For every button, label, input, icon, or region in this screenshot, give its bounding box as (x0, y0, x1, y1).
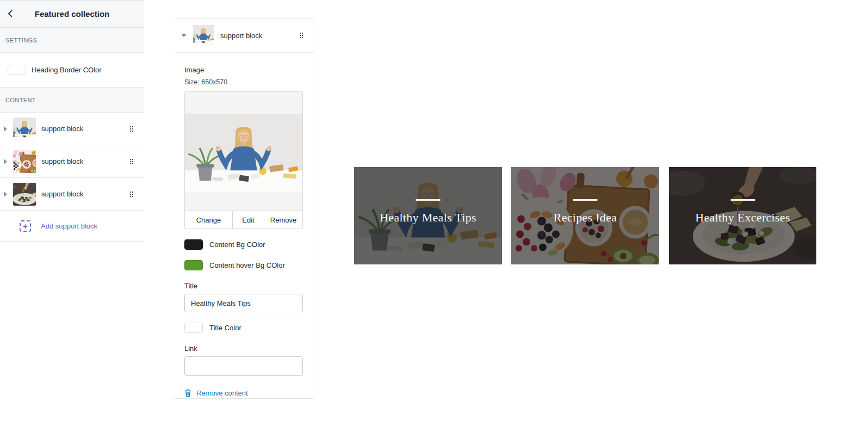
color-swatch[interactable] (184, 323, 203, 333)
content-hover-bg-color-setting[interactable]: Content hover Bg COlor (184, 260, 303, 270)
support-block-card-3[interactable]: Healthy Excercises (669, 167, 816, 264)
block-settings-panel: support block Image Size: 650x570 Change… (175, 18, 314, 399)
title-field-label: Title (184, 282, 303, 290)
block-thumbnail-meditating-woman (13, 118, 36, 140)
drag-handle-icon[interactable] (300, 33, 303, 38)
card-title: Healthy Meals Tips (354, 211, 502, 225)
image-field-label: Image (184, 66, 303, 74)
title-color-label: Title Color (209, 324, 241, 332)
add-support-block-label: Add support block (41, 222, 97, 230)
heading-border-color-label: Heading Border COlor (32, 66, 102, 74)
title-color-setting[interactable]: Title Color (184, 323, 303, 333)
image-preview (185, 92, 302, 211)
card-title: Recipes Idea (511, 211, 659, 225)
content-block-row-3[interactable]: support block (0, 178, 144, 211)
link-input[interactable] (184, 356, 303, 376)
card-divider (730, 199, 755, 201)
block-thumbnail-salad-plate (13, 183, 36, 206)
image-picker-widget: Change Edit Remove (184, 91, 303, 229)
remove-image-button[interactable]: Remove (264, 211, 302, 229)
change-image-button[interactable]: Change (185, 211, 233, 229)
card-divider (416, 199, 441, 201)
section-sidebar: Featured collection SETTINGS Heading Bor… (0, 0, 144, 242)
card-divider (573, 199, 598, 201)
block-label: support block (220, 32, 300, 40)
add-support-block-button[interactable]: + Add support block (0, 211, 144, 242)
heading-border-color-setting[interactable]: Heading Border COlor (0, 53, 144, 88)
remove-content-label: Remove content (196, 389, 248, 397)
caret-down-icon[interactable] (181, 34, 187, 37)
settings-section-label: SETTINGS (5, 37, 37, 44)
color-swatch[interactable] (8, 65, 26, 75)
block-panel-header[interactable]: support block (175, 18, 314, 53)
title-input[interactable] (184, 294, 303, 312)
content-section-label: CONTENT (5, 97, 36, 103)
block-label: support block (41, 157, 130, 165)
drag-handle-icon[interactable] (130, 126, 133, 132)
edit-image-button[interactable]: Edit (233, 211, 264, 229)
settings-section-header: SETTINGS (0, 28, 144, 53)
drag-handle-icon[interactable] (130, 159, 133, 164)
color-swatch[interactable] (184, 260, 203, 270)
chevron-left-icon (5, 8, 16, 19)
content-bg-color-label: Content Bg COlor (209, 240, 265, 249)
trash-icon (184, 389, 191, 397)
block-thumbnail-meditating-woman (193, 25, 214, 46)
block-label: support block (41, 190, 130, 198)
color-swatch[interactable] (184, 239, 203, 250)
content-block-row-1[interactable]: support block (0, 113, 144, 145)
content-section-header: CONTENT (0, 88, 144, 113)
drag-handle-icon[interactable] (130, 192, 133, 197)
block-label: support block (41, 125, 130, 133)
block-thumbnail-fruit-platter (13, 150, 36, 173)
sidebar-header: Featured collection (0, 1, 144, 28)
page-title: Featured collection (0, 9, 144, 18)
support-block-card-1[interactable]: Healthy Meals Tips (354, 167, 502, 264)
content-hover-bg-color-label: Content hover Bg COlor (209, 261, 285, 269)
remove-content-button[interactable]: Remove content (184, 389, 303, 397)
support-block-card-2[interactable]: Recipes Idea (511, 167, 659, 264)
image-size-text: Size: 650x570 (184, 78, 303, 86)
content-block-row-2[interactable]: support block (0, 145, 144, 178)
content-bg-color-setting[interactable]: Content Bg COlor (184, 239, 303, 250)
card-title: Healthy Excercises (669, 211, 816, 225)
back-button[interactable] (5, 8, 16, 19)
caret-right-icon[interactable] (4, 159, 7, 164)
link-field-label: Link (184, 344, 303, 353)
caret-right-icon[interactable] (4, 192, 7, 197)
dashed-plus-icon: + (20, 220, 31, 232)
caret-right-icon[interactable] (4, 126, 7, 132)
image-action-buttons: Change Edit Remove (185, 211, 302, 229)
